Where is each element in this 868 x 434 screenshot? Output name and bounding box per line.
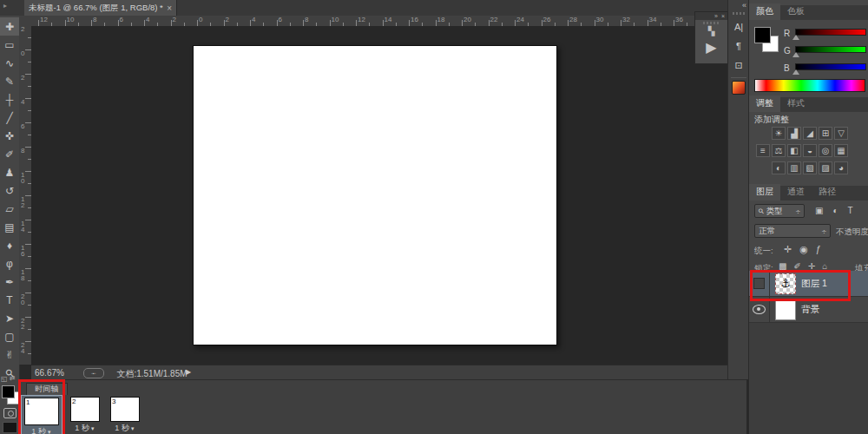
- panel-grip[interactable]: [703, 22, 720, 24]
- collapse-dock-icon[interactable]: «: [728, 0, 749, 10]
- dodge-tool[interactable]: φ: [0, 254, 19, 273]
- play-action-button[interactable]: ▶: [695, 36, 727, 59]
- frame-delay-dropdown[interactable]: 1 秒▼: [70, 423, 100, 434]
- foreground-color-swatch[interactable]: [2, 385, 15, 398]
- exposure-icon[interactable]: ⊞: [819, 127, 832, 140]
- frame-thumbnail[interactable]: 1: [24, 398, 59, 425]
- unify-style-icon[interactable]: ƒ: [816, 244, 821, 255]
- lasso-tool[interactable]: ∿: [0, 54, 19, 72]
- pen-tool[interactable]: ✒: [0, 273, 19, 291]
- zoom-level-field[interactable]: 66.67%: [35, 368, 64, 378]
- gradient-tool[interactable]: ▤: [0, 218, 19, 236]
- brightness-contrast-icon[interactable]: ☀: [772, 127, 786, 140]
- frame-thumbnail[interactable]: 3: [110, 397, 140, 422]
- black-white-icon[interactable]: ◧: [787, 144, 801, 157]
- layer-filter-dropdown[interactable]: ⚲ 类型 ÷: [754, 204, 805, 218]
- channel-slider-thumb[interactable]: [792, 35, 799, 40]
- clone-source-panel-icon[interactable]: ⊡: [728, 56, 749, 75]
- default-colors-icon[interactable]: ◱: [1, 375, 8, 383]
- channel-slider-thumb[interactable]: [792, 69, 799, 75]
- color-lookup-icon[interactable]: ▦: [834, 144, 848, 157]
- tab-timeline[interactable]: 时间轴: [26, 383, 68, 395]
- quick-selection-tool[interactable]: ✎: [0, 72, 19, 90]
- tab-swatches[interactable]: 色板: [780, 3, 812, 20]
- channel-slider-r[interactable]: [795, 29, 866, 36]
- invert-icon[interactable]: ◐: [772, 161, 786, 174]
- eyedropper-tool-icon: ╱: [6, 112, 12, 124]
- tab-channels[interactable]: 通道: [780, 184, 812, 201]
- animation-frame[interactable]: 31 秒▼: [108, 395, 142, 434]
- gradient-panel-icon[interactable]: [732, 81, 746, 95]
- eraser-tool[interactable]: ▱: [0, 200, 19, 218]
- dock-strip-grip[interactable]: [733, 12, 745, 15]
- tab-paths[interactable]: 路径: [812, 184, 843, 201]
- animation-frame[interactable]: 21 秒▼: [68, 395, 102, 434]
- layer-thumbnail[interactable]: ⚓: [775, 273, 796, 294]
- lock-transparent-pixels-icon[interactable]: ▩: [779, 261, 786, 271]
- move-tool[interactable]: ✚: [0, 17, 19, 36]
- ruler-label: 18: [437, 16, 445, 23]
- type-tool[interactable]: T: [0, 291, 19, 309]
- quick-mask-button[interactable]: [3, 408, 16, 418]
- unify-position-icon[interactable]: ✛: [784, 244, 792, 255]
- levels-icon[interactable]: ▟: [787, 127, 801, 140]
- eyedropper-tool[interactable]: ╱: [0, 108, 19, 127]
- path-selection-tool[interactable]: ➤: [0, 309, 19, 327]
- swap-colors-icon[interactable]: ⇄: [10, 374, 16, 382]
- blend-mode-dropdown[interactable]: 正常 ÷: [754, 224, 831, 238]
- threshold-icon[interactable]: ▧: [803, 161, 817, 174]
- history-brush-tool[interactable]: ↺: [0, 181, 19, 200]
- layer-row[interactable]: ⚓图层 1: [749, 271, 868, 297]
- channel-slider-b[interactable]: [795, 63, 866, 70]
- spot-healing-brush-tool[interactable]: ✜: [0, 127, 19, 145]
- blur-tool[interactable]: ♦: [0, 236, 19, 254]
- document-canvas[interactable]: [193, 45, 557, 345]
- vibrance-icon[interactable]: ▽: [834, 127, 848, 140]
- frame-delay-dropdown[interactable]: 1 秒▼: [24, 426, 59, 434]
- paragraph-panel-icon[interactable]: ¶: [728, 36, 749, 56]
- color-balance-icon[interactable]: ⚖: [772, 144, 786, 157]
- screen-mode-button[interactable]: [3, 422, 17, 433]
- layer-row[interactable]: 背景: [749, 297, 868, 323]
- photo-filter-icon[interactable]: ◒: [803, 144, 817, 157]
- crop-tool[interactable]: ┼: [0, 90, 19, 108]
- lock-image-pixels-icon[interactable]: ✐: [793, 261, 800, 271]
- filter-type-layers-icon[interactable]: T: [848, 206, 853, 215]
- status-flyout-icon[interactable]: ▶: [186, 368, 191, 376]
- frame-thumbnail[interactable]: 2: [70, 397, 100, 422]
- channel-slider-thumb[interactable]: [792, 52, 799, 57]
- filter-pixel-layers-icon[interactable]: ▣: [815, 206, 823, 215]
- clone-stamp-tool[interactable]: ♟: [0, 163, 19, 181]
- posterize-icon[interactable]: ▥: [787, 161, 801, 174]
- curves-icon[interactable]: ◢: [803, 127, 817, 140]
- tab-color[interactable]: 颜色: [749, 3, 780, 20]
- animation-frame[interactable]: 11 秒▼: [21, 395, 62, 434]
- character-panel-icon[interactable]: A|: [728, 17, 749, 36]
- hue-saturation-icon[interactable]: ≡: [756, 144, 770, 157]
- filter-adjustment-layers-icon[interactable]: ◐: [832, 206, 838, 215]
- hand-tool[interactable]: ✌: [0, 345, 19, 364]
- collapse-panel-icon[interactable]: »: [714, 13, 718, 19]
- lock-all-icon[interactable]: ⌂: [822, 261, 827, 271]
- tab-layers[interactable]: 图层: [749, 184, 780, 201]
- lock-position-icon[interactable]: ✛: [808, 261, 815, 271]
- channel-slider-g[interactable]: [795, 46, 866, 53]
- tab-adjustments[interactable]: 调整: [749, 95, 780, 112]
- layer-thumbnail[interactable]: [775, 299, 796, 320]
- frame-delay-dropdown[interactable]: 1 秒▼: [110, 423, 140, 434]
- channel-mixer-icon[interactable]: ◎: [819, 144, 832, 157]
- unify-visibility-icon[interactable]: ◉: [799, 244, 808, 255]
- close-panel-icon[interactable]: ×: [721, 13, 725, 19]
- color-spectrum-bar[interactable]: [754, 79, 865, 92]
- tab-styles[interactable]: 样式: [780, 95, 812, 112]
- gradient-map-icon[interactable]: ▨: [819, 161, 832, 174]
- rectangular-marquee-tool[interactable]: ▭: [0, 36, 19, 54]
- layer-visibility-toggle[interactable]: [749, 271, 770, 296]
- shape-tool[interactable]: ▢: [0, 327, 19, 345]
- close-tab-icon[interactable]: ×: [167, 3, 172, 13]
- panel-foreground-swatch[interactable]: [754, 27, 771, 43]
- layer-visibility-toggle[interactable]: [749, 297, 770, 322]
- brush-tool[interactable]: ✐: [0, 145, 19, 163]
- document-tab[interactable]: 未标题-1 @ 66.7% (图层 1, RGB/8) * ×: [24, 0, 177, 16]
- selective-color-icon[interactable]: ◕: [834, 161, 848, 174]
